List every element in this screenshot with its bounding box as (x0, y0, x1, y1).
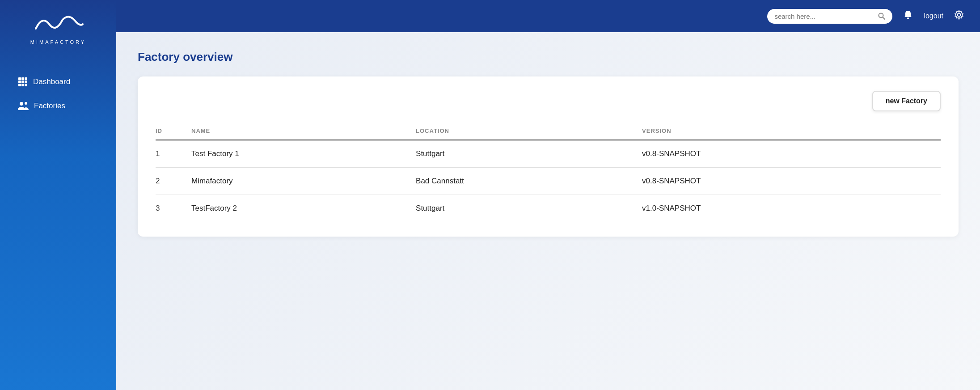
svg-rect-7 (21, 84, 24, 86)
page-title: Factory overview (138, 50, 959, 64)
svg-point-14 (958, 13, 961, 17)
cell-location: Stuttgart (416, 140, 642, 168)
cell-location: Bad Cannstatt (416, 168, 642, 195)
cell-name: TestFactory 2 (191, 195, 416, 222)
sidebar-item-dashboard-label: Dashboard (33, 77, 70, 86)
sidebar-item-dashboard[interactable]: Dashboard (9, 72, 107, 92)
col-header-name: NAME (191, 122, 416, 140)
svg-point-13 (907, 17, 909, 19)
card-header: new Factory (156, 91, 941, 111)
cell-actions (912, 195, 941, 222)
sidebar: MIMAFACTORY Dashboard (0, 0, 116, 390)
header: logout (116, 0, 980, 32)
table-row[interactable]: 2 Mimafactory Bad Cannstatt v0.8-SNAPSHO… (156, 168, 941, 195)
logo-text: MIMAFACTORY (30, 39, 86, 45)
logo-icon (31, 11, 85, 38)
table-row[interactable]: 1 Test Factory 1 Stuttgart v0.8-SNAPSHOT (156, 140, 941, 168)
svg-rect-1 (21, 77, 24, 80)
svg-rect-4 (21, 81, 24, 83)
cell-id: 2 (156, 168, 191, 195)
logout-button[interactable]: logout (924, 12, 943, 20)
cell-name: Test Factory 1 (191, 140, 416, 168)
cell-actions (912, 168, 941, 195)
col-header-location: LOCATION (416, 122, 642, 140)
svg-point-10 (25, 102, 27, 105)
cell-name: Mimafactory (191, 168, 416, 195)
svg-point-9 (20, 102, 23, 106)
svg-rect-2 (25, 77, 27, 80)
new-factory-button[interactable]: new Factory (872, 91, 941, 111)
svg-line-12 (883, 17, 885, 20)
svg-rect-6 (18, 84, 21, 86)
cell-id: 1 (156, 140, 191, 168)
svg-rect-3 (18, 81, 21, 83)
factory-table: ID NAME LOCATION VERSION 1 Test Factory … (156, 122, 941, 222)
content: Factory overview new Factory ID NAME LOC… (116, 32, 980, 390)
factories-icon (18, 101, 29, 111)
cell-id: 3 (156, 195, 191, 222)
dashboard-icon (18, 77, 28, 87)
cell-location: Stuttgart (416, 195, 642, 222)
cell-version: v1.0-SNAPSHOT (642, 195, 911, 222)
table-row[interactable]: 3 TestFactory 2 Stuttgart v1.0-SNAPSHOT (156, 195, 941, 222)
settings-button[interactable] (954, 10, 964, 22)
main-area: logout Factory overview new Factory ID N… (116, 0, 980, 390)
cell-actions (912, 140, 941, 168)
search-button[interactable] (878, 13, 885, 20)
col-header-actions (912, 122, 941, 140)
cell-version: v0.8-SNAPSHOT (642, 140, 911, 168)
search-bar[interactable] (767, 9, 892, 24)
sidebar-nav: Dashboard Factories (0, 72, 116, 116)
notifications-button[interactable] (903, 10, 913, 22)
svg-rect-5 (25, 81, 27, 83)
cell-version: v0.8-SNAPSHOT (642, 168, 911, 195)
sidebar-item-factories-label: Factories (34, 102, 65, 110)
col-header-version: VERSION (642, 122, 911, 140)
table-header-row: ID NAME LOCATION VERSION (156, 122, 941, 140)
svg-rect-8 (25, 84, 27, 86)
logo-area: MIMAFACTORY (30, 11, 86, 45)
col-header-id: ID (156, 122, 191, 140)
svg-rect-0 (18, 77, 21, 80)
search-input[interactable] (774, 13, 874, 20)
sidebar-item-factories[interactable]: Factories (9, 96, 107, 116)
factory-card: new Factory ID NAME LOCATION VERSION 1 T… (138, 76, 959, 237)
